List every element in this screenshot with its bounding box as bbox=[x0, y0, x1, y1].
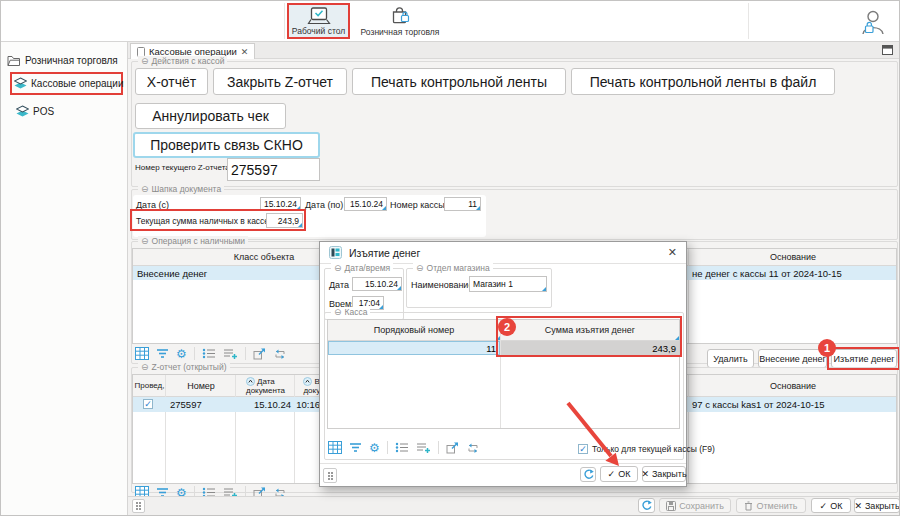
shopping-bag-lock-icon bbox=[389, 5, 411, 25]
column-header-approved[interactable]: Провед, bbox=[133, 375, 166, 396]
dialog-close-icon[interactable]: ✕ bbox=[668, 246, 677, 259]
top-toolbar: Рабочий стол Розничная торговля bbox=[1, 1, 899, 42]
dialog-refresh-button[interactable] bbox=[580, 467, 596, 482]
collapse-icon[interactable]: ⊖ bbox=[141, 184, 149, 195]
toolbar-desktop-button[interactable]: Рабочий стол bbox=[287, 3, 350, 39]
group-title-actions: ⊖ Действия с кассой bbox=[138, 56, 227, 67]
collapse-icon[interactable]: ⊖ bbox=[141, 56, 149, 67]
column-header-basis[interactable]: Основание bbox=[689, 375, 897, 396]
current-sum-label: Текущая сумма наличных в кассе bbox=[136, 216, 269, 226]
print-tape-button[interactable]: Печать контрольной ленты bbox=[352, 68, 566, 95]
cashbox-number-field[interactable]: 11 bbox=[444, 197, 481, 211]
x-report-button[interactable]: X-отчёт bbox=[135, 68, 208, 95]
sidebar-item-pos[interactable]: POS bbox=[14, 103, 127, 120]
dialog-name-field[interactable]: Магазин 1 bbox=[469, 276, 547, 292]
column-divider bbox=[688, 375, 689, 483]
current-sum-field[interactable]: 243,9 bbox=[266, 213, 303, 228]
dialog-more-options-button[interactable] bbox=[323, 468, 337, 483]
check-icon: ✓ bbox=[820, 501, 828, 511]
list-add-icon[interactable] bbox=[416, 442, 431, 454]
window-restore-icon[interactable] bbox=[882, 45, 893, 55]
collapse-icon[interactable]: ⊖ bbox=[334, 263, 342, 274]
open-external-icon[interactable] bbox=[253, 348, 266, 360]
gear-icon[interactable]: ⚙ bbox=[176, 348, 187, 360]
deposit-money-button[interactable]: Внесение денег bbox=[758, 349, 827, 368]
toolbar-divider bbox=[748, 3, 749, 39]
withdraw-money-dialog: Изъятие денег ✕ ⊖ Дата/время Дата 15.10.… bbox=[319, 241, 687, 487]
filter-icon[interactable] bbox=[349, 441, 362, 454]
user-lock-icon[interactable] bbox=[857, 7, 887, 37]
sidebar-item-cash-operations[interactable]: Кассовые операции bbox=[10, 72, 123, 95]
sync-icon[interactable] bbox=[273, 348, 287, 360]
dialog-cash-table: Порядковый номер Сумма изъятия денег 11 … bbox=[327, 319, 680, 429]
list-icon[interactable] bbox=[202, 348, 216, 359]
toolbar-separator bbox=[194, 347, 195, 360]
z-number-field[interactable]: 275597 bbox=[227, 158, 320, 181]
dialog-date-field[interactable]: 15.10.24 bbox=[352, 277, 402, 291]
sidebar-root-retail[interactable]: Розничная торговля bbox=[1, 52, 127, 72]
withdraw-money-button[interactable]: Изъятие денег bbox=[831, 349, 897, 368]
date-to-field[interactable]: 15.10.24 bbox=[344, 197, 387, 211]
dialog-ok-button[interactable]: ✓ ОК bbox=[600, 466, 638, 482]
check-skno-button[interactable]: Проверить связь СКНО bbox=[133, 132, 320, 158]
checkbox-checked-icon[interactable]: ✓ bbox=[578, 444, 588, 454]
app-window: Рабочий стол Розничная торговля Рознична… bbox=[0, 0, 900, 516]
collapse-icon[interactable]: ⊖ bbox=[141, 236, 149, 247]
column-header-number[interactable]: Номер bbox=[166, 375, 236, 396]
more-options-button[interactable] bbox=[132, 499, 145, 513]
column-header-withdraw-sum[interactable]: Сумма изъятия денег bbox=[501, 320, 679, 340]
layers-diamond-icon bbox=[16, 105, 29, 118]
row-time-value: 10:16 bbox=[295, 399, 320, 410]
only-current-cashbox-option[interactable]: ✓ Только для текущей кассы (F9) bbox=[578, 444, 715, 454]
row-date-value: 15.10.24 bbox=[236, 399, 291, 410]
close-button[interactable]: ✕ Закрыть bbox=[854, 498, 900, 513]
collapse-icon[interactable]: ⊖ bbox=[334, 307, 342, 318]
only-current-cashbox-label: Только для текущей кассы (F9) bbox=[592, 444, 715, 454]
toolbar-retail-button[interactable]: Розничная торговля bbox=[353, 3, 447, 39]
sort-corner bbox=[675, 336, 679, 340]
collapse-icon[interactable]: ⊖ bbox=[416, 263, 424, 274]
dialog-row-sum-cell[interactable]: 243,9 bbox=[501, 341, 679, 355]
group-title-datetime: ⊖ Дата/время bbox=[331, 263, 393, 274]
annul-check-button[interactable]: Аннулировать чек bbox=[135, 103, 286, 129]
delete-button[interactable]: Удалить bbox=[707, 349, 754, 368]
column-divider bbox=[235, 375, 236, 483]
ok-button[interactable]: ✓ ОК bbox=[811, 498, 851, 513]
list-add-icon[interactable] bbox=[223, 348, 238, 360]
cross-icon: ✕ bbox=[854, 501, 862, 511]
close-z-report-button[interactable]: Закрыть Z-отчет bbox=[213, 68, 347, 95]
open-external-icon[interactable] bbox=[446, 442, 459, 454]
refresh-button[interactable] bbox=[638, 498, 655, 513]
sort-asc-icon bbox=[246, 377, 255, 386]
toolbar-separator bbox=[387, 441, 388, 454]
dialog-close-button[interactable]: ✕ Закрыть bbox=[642, 466, 686, 482]
save-button[interactable]: Сохранить bbox=[659, 498, 731, 513]
sync-icon[interactable] bbox=[466, 442, 480, 454]
date-from-field[interactable]: 15.10.24 bbox=[260, 197, 301, 211]
collapse-icon[interactable]: ⊖ bbox=[141, 362, 149, 373]
grid-icon[interactable] bbox=[135, 347, 149, 360]
sidebar: Розничная торговля Кассовые операции POS bbox=[1, 42, 128, 515]
filter-icon[interactable] bbox=[156, 347, 169, 360]
toolbar-separator bbox=[438, 441, 439, 454]
dialog-title-bar[interactable]: Изъятие денег ✕ bbox=[320, 242, 686, 264]
grid-icon[interactable] bbox=[328, 441, 342, 454]
dialog-toolbar: ⚙ bbox=[328, 441, 480, 454]
row-approved-checkbox[interactable]: ✓ bbox=[143, 399, 153, 409]
cash-ops-toolbar: ⚙ bbox=[135, 347, 287, 360]
column-divider bbox=[165, 375, 166, 483]
column-header-order-number[interactable]: Порядковый номер bbox=[328, 320, 500, 340]
cancel-button[interactable]: Отменить bbox=[736, 498, 806, 513]
column-header-basis[interactable]: Основание bbox=[689, 249, 897, 265]
column-header-doc-date[interactable]: Дата документа bbox=[236, 375, 295, 396]
row-basis-value: не денег с кассы 11 от 2024-10-15 bbox=[692, 268, 842, 279]
date-to-label: Дата (по) bbox=[305, 200, 343, 210]
gear-icon[interactable]: ⚙ bbox=[369, 442, 380, 454]
z-number-label: Номер текущего Z-отчета bbox=[135, 163, 230, 172]
tab-close-icon[interactable]: ✕ bbox=[241, 47, 249, 57]
list-icon[interactable] bbox=[395, 442, 409, 453]
print-tape-file-button[interactable]: Печать контрольной ленты в файл bbox=[571, 68, 835, 95]
dialog-row-order-cell[interactable]: 11 bbox=[328, 341, 500, 355]
sidebar-root-label: Розничная торговля bbox=[25, 55, 118, 66]
group-title-store-dept: ⊖ Отдел магазина bbox=[413, 263, 493, 274]
